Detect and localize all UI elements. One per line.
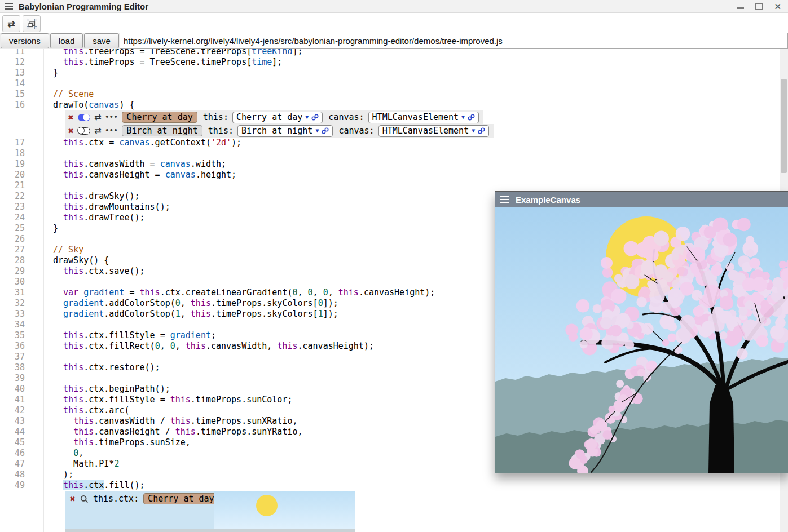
toolbar: ⇄ — [0, 13, 788, 33]
binding-label: this: — [208, 125, 234, 136]
swap-example-icon[interactable]: ⇄ — [94, 112, 102, 123]
line-number: 24 — [0, 212, 44, 223]
code-line[interactable]: this.canvasHeight = canvas.height; — [44, 170, 788, 180]
line-number: 29 — [0, 266, 44, 277]
line-number: 36 — [0, 341, 44, 352]
window-title: Babylonian Programming Editor — [19, 2, 148, 11]
line-number: 13 — [0, 68, 44, 78]
line-number: 46 — [0, 448, 44, 459]
swap-arrows-button[interactable]: ⇄ — [2, 15, 20, 32]
halo-select-icon — [27, 19, 37, 29]
more-options-button[interactable]: ••• — [105, 125, 118, 136]
code-line[interactable]: drawTo(canvas) { — [44, 100, 788, 110]
binding-dropdown[interactable]: HTMLCanvasElement▼ — [368, 112, 479, 123]
line-number: 47 — [0, 459, 44, 469]
line-number — [0, 124, 44, 138]
example-canvas-title: ExampleCanvas — [516, 195, 580, 205]
line-number: 15 — [0, 89, 44, 100]
example-name-badge[interactable]: Cherry at day — [122, 112, 197, 123]
line-number: 48 — [0, 469, 44, 480]
example-active-toggle[interactable] — [78, 127, 90, 135]
url-input[interactable] — [120, 33, 788, 49]
line-number: 19 — [0, 159, 44, 170]
app-menu-icon[interactable] — [5, 3, 13, 10]
example-active-toggle[interactable] — [78, 114, 90, 121]
probe-widget[interactable]: ✖this.ctx:Cherry at day — [65, 491, 355, 532]
swap-example-icon[interactable]: ⇄ — [94, 125, 102, 136]
line-number: 26 — [0, 234, 44, 245]
code-line[interactable] — [44, 180, 788, 191]
probe-expression: this.ctx: — [93, 493, 139, 504]
link-icon[interactable] — [322, 127, 329, 134]
screen: { "window": { "title": "Babylonian Progr… — [0, 0, 788, 532]
code-line[interactable] — [44, 78, 788, 89]
example-annotation[interactable]: ✖⇄•••Birch at nightthis:Birch at night▼ … — [65, 124, 494, 138]
line-number: 22 — [0, 191, 44, 202]
delete-example-button[interactable]: ✖ — [68, 114, 74, 121]
line-number: 21 — [0, 180, 44, 191]
line-number: 44 — [0, 427, 44, 437]
code-line[interactable] — [44, 148, 788, 159]
example-canvas-menu-icon[interactable] — [500, 196, 509, 203]
line-number: 27 — [0, 245, 44, 255]
example-canvas-titlebar[interactable]: ExampleCanvas — [495, 192, 788, 207]
halo-select-button[interactable] — [23, 15, 41, 32]
binding-dropdown[interactable]: Birch at night▼ — [237, 125, 333, 137]
binding-dropdown[interactable]: HTMLCanvasElement▼ — [378, 125, 490, 137]
line-number — [0, 110, 44, 124]
file-bar: versions load save — [0, 33, 788, 50]
line-number: 18 — [0, 148, 44, 159]
line-number: 20 — [0, 170, 44, 180]
load-button[interactable]: load — [50, 33, 83, 48]
maximize-button-icon[interactable] — [755, 3, 763, 10]
line-number: 31 — [0, 287, 44, 298]
magnifier-icon — [80, 495, 89, 503]
code-line[interactable]: this.canvasWidth = canvas.width; — [44, 159, 788, 170]
close-button-icon[interactable]: ✕ — [774, 2, 781, 11]
code-line[interactable]: // Scene — [44, 89, 788, 100]
line-number: 42 — [0, 405, 44, 416]
delete-probe-button[interactable]: ✖ — [69, 495, 76, 503]
dropdown-caret-icon: ▼ — [305, 112, 309, 123]
save-button[interactable]: save — [84, 33, 119, 48]
line-number: 40 — [0, 384, 44, 394]
dropdown-caret-icon: ▼ — [315, 125, 319, 136]
dropdown-caret-icon: ▼ — [472, 125, 475, 136]
line-number: 43 — [0, 416, 44, 427]
line-number: 34 — [0, 320, 44, 330]
line-number: 39 — [0, 373, 44, 384]
dropdown-caret-icon: ▼ — [461, 112, 465, 123]
versions-button[interactable]: versions — [1, 33, 49, 48]
link-icon[interactable] — [478, 127, 485, 134]
code-line[interactable]: this.ctx.fill(); — [44, 480, 788, 491]
link-icon[interactable] — [311, 114, 319, 121]
line-number: 11 — [0, 49, 44, 57]
code-line[interactable]: this.timeProps = TreeScene.timeProps[tim… — [44, 57, 788, 68]
line-number: 35 — [0, 330, 44, 341]
minimize-button-icon[interactable] — [737, 7, 744, 9]
example-annotation[interactable]: ✖⇄•••Cherry at daythis:Cherry at day▼ ca… — [65, 110, 483, 124]
scrollbar-thumb[interactable] — [781, 79, 787, 173]
link-icon[interactable] — [468, 114, 475, 121]
tree-scene-canvas — [495, 207, 788, 473]
binding-dropdown[interactable]: Cherry at day▼ — [232, 112, 323, 123]
line-number: 17 — [0, 138, 44, 148]
line-number: 25 — [0, 223, 44, 234]
binding-label: canvas: — [328, 112, 364, 123]
line-number: 23 — [0, 202, 44, 212]
more-options-button[interactable]: ••• — [105, 112, 118, 123]
line-number: 33 — [0, 309, 44, 320]
example-name-badge[interactable]: Birch at night — [122, 125, 202, 136]
code-line[interactable]: this.ctx = canvas.getContext('2d'); — [44, 138, 788, 148]
probe-scrollbar[interactable] — [65, 529, 355, 532]
code-line[interactable]: this.treeProps = TreeScene.treeProps[tre… — [44, 49, 788, 57]
delete-example-button[interactable]: ✖ — [68, 127, 74, 135]
binding-label: this: — [203, 112, 228, 123]
example-canvas-window[interactable]: ExampleCanvas — [495, 191, 788, 473]
example-canvas-body — [495, 207, 788, 473]
probe-example-badge[interactable]: Cherry at day — [143, 493, 218, 504]
code-line[interactable]: } — [44, 68, 788, 78]
line-number: 49 — [0, 480, 44, 491]
line-number — [0, 491, 44, 532]
line-number: 38 — [0, 362, 44, 373]
